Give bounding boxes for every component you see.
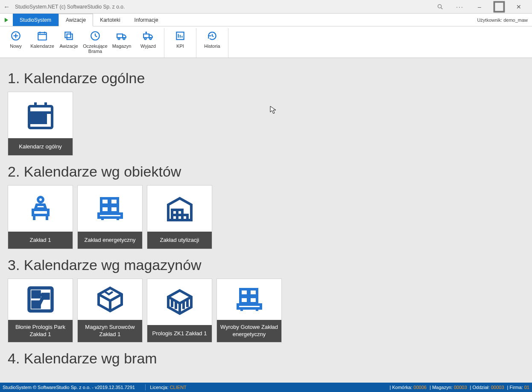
svg-rect-7 [38,32,47,40]
tab-row: StudioSystem Awizacje Kartoteki Informac… [0,14,532,26]
svg-rect-34 [42,115,46,118]
svg-rect-70 [249,297,257,303]
svg-point-21 [149,38,151,39]
tile[interactable]: Magazyn Surowców Zakład 1 [77,279,143,343]
user-value: demo_maw [503,17,528,23]
tile-label: Kalendarz ogólny [8,138,73,155]
svg-rect-69 [240,297,248,303]
tile[interactable]: Kalendarz ogólny [8,92,73,156]
svg-point-0 [438,4,441,8]
ribbon-kpi[interactable]: KPI [167,28,193,58]
user-label: Użytkownik: [477,17,502,23]
box-icon [78,279,142,320]
ribbon-awizacje[interactable]: Awizacje [56,28,82,58]
svg-line-27 [212,36,213,37]
truck-out-icon [143,29,154,43]
tab-studiosystem[interactable]: StudioSystem [13,14,58,26]
tab-awizacje[interactable]: Awizacje [58,14,93,26]
ribbon-nowy[interactable]: Nowy [3,28,29,58]
user-info: Użytkownik: demo_maw [473,14,532,26]
tile[interactable]: Zakład energetyczny [77,185,143,249]
svg-rect-12 [67,34,73,40]
titlebar: ← StudioSystem.NET (c) SoftwareStudio Sp… [0,0,532,14]
svg-rect-2 [494,2,504,12]
tile-label: Błonie Prologis Park Zakład 1 [8,320,73,342]
main-content: 1. Kalendarze ogólneKalendarz ogólny2. K… [0,58,532,383]
svg-rect-71 [238,305,261,308]
play-icon[interactable] [0,14,13,26]
svg-line-1 [441,8,442,9]
cube-icon [147,279,212,325]
status-licencja: Licencja: CLIENT [150,385,187,390]
tile-label: Zakład energetyczny [78,232,142,249]
back-icon[interactable]: ← [3,3,10,10]
flow-icon [8,279,73,320]
svg-line-15 [95,36,97,37]
tile-row: Błonie Prologis Park Zakład 1Magazyn Sur… [8,279,529,343]
tile[interactable]: Wyroby Gotowe Zakład energetyczny [216,279,282,343]
svg-rect-36 [37,120,41,123]
history-icon [207,29,218,43]
section-heading: 3. Kalendarze wg magazynów [8,257,529,273]
svg-rect-33 [37,115,41,118]
svg-rect-67 [240,289,248,296]
ribbon-wyjazd[interactable]: Wyjazd [135,28,161,58]
svg-point-38 [38,197,43,202]
svg-point-17 [118,38,120,39]
tile-label: Prologis ZK1 Zakład 1 [147,325,212,342]
ribbon-historia[interactable]: Historia [199,28,225,58]
tab-informacje[interactable]: Informacje [128,14,166,26]
pallet-icon [217,279,281,320]
ribbon-kalendarze[interactable]: Kalendarze [29,28,56,58]
search-icon[interactable] [430,0,450,14]
ribbon: Nowy Kalendarze Awizacje Oczekujące Bram… [0,26,532,58]
status-oddzial: | Oddział: 00003 [469,385,504,390]
tile[interactable]: Zakład 1 [8,185,73,249]
svg-rect-45 [110,206,118,212]
svg-rect-35 [32,120,35,123]
status-magazyn: | Magazyn: 00003 [428,385,467,390]
ribbon-magazyn[interactable]: Magazyn [108,28,135,58]
tile[interactable]: Zakład utylizacji [147,185,212,249]
svg-rect-19 [143,34,149,38]
ribbon-oczekujace[interactable]: Oczekujące Brama [82,28,108,58]
svg-rect-44 [101,206,109,212]
tile[interactable]: Prologis ZK1 Zakład 1 [147,279,212,343]
section-heading: 2. Kalendarze wg obiektów [8,163,529,180]
pallet-icon [78,186,142,232]
section-heading: 4. Kalendarze wg bram [8,350,529,367]
tile-label: Wyroby Gotowe Zakład energetyczny [217,320,281,342]
status-firma: | Firma: 01 [506,385,529,390]
tile-row: Kalendarz ogólny [8,92,529,156]
window-controls: ··· – ✕ [430,0,529,14]
svg-rect-42 [101,198,109,205]
status-komorka: | Komórka: 00006 [390,385,427,390]
tile[interactable]: Błonie Prologis Park Zakład 1 [8,279,73,343]
section-heading: 1. Kalendarze ogólne [8,70,529,87]
copy-icon [63,29,74,43]
svg-point-20 [144,38,146,39]
svg-rect-37 [42,120,46,123]
tile-row: Zakład 1Zakład energetycznyZakład utyliz… [8,185,529,249]
svg-rect-39 [33,210,48,215]
clock-icon [90,29,101,43]
svg-point-18 [123,38,125,39]
svg-rect-58 [33,302,39,307]
desk-icon [8,186,73,232]
tab-kartoteki[interactable]: Kartoteki [93,14,127,26]
calendar-icon [37,29,48,43]
svg-marker-3 [5,17,8,22]
close-icon[interactable]: ✕ [509,0,529,14]
svg-rect-32 [32,115,35,118]
window-title: StudioSystem.NET (c) SoftwareStudio Sp. … [15,4,430,10]
maximize-icon[interactable] [489,0,509,14]
calendar-icon [8,92,73,138]
statusbar: StudioSystem © SoftwareStudio Sp. z o.o.… [0,383,532,392]
minimize-icon[interactable]: – [470,0,489,14]
ribbon-group-1: Nowy Kalendarze Awizacje Oczekujące Bram… [0,28,164,58]
tile-label: Zakład utylizacji [147,232,212,249]
kpi-icon [175,29,186,43]
svg-rect-43 [110,198,118,205]
more-icon[interactable]: ··· [450,0,470,14]
svg-rect-11 [65,32,70,38]
